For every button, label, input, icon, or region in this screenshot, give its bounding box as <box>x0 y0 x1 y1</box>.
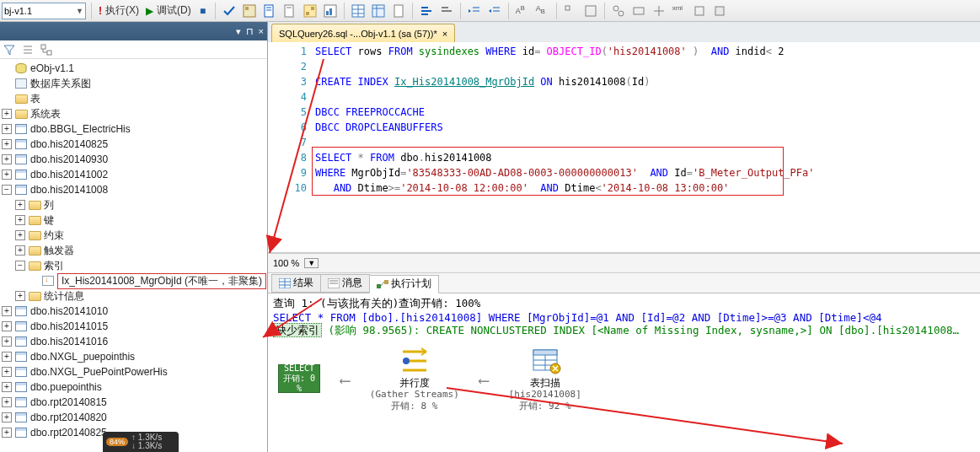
outdent-button[interactable] <box>486 3 503 19</box>
expand-icon[interactable]: + <box>15 291 25 301</box>
expand-icon[interactable]: + <box>2 336 12 347</box>
stop-button[interactable]: ■ <box>196 3 210 19</box>
columns-node[interactable]: +列 <box>0 197 267 213</box>
collapse-icon[interactable]: − <box>2 185 12 195</box>
toolbar-separator <box>556 3 557 19</box>
toolbar-separator <box>508 3 509 19</box>
editor-pane: SQLQuery26.sql -...Obj-v1.1 (sa (57))* ×… <box>268 22 980 452</box>
indexes-node[interactable]: −索引 <box>0 258 267 273</box>
expand-icon[interactable]: + <box>2 321 12 331</box>
parse-button[interactable] <box>221 3 238 19</box>
table-node[interactable]: +dbo.rpt20140820 <box>0 410 267 425</box>
execution-plan-panel[interactable]: 查询 1: (与该批有关的)查询开销: 100% SELECT * FROM [… <box>268 293 980 452</box>
expand-icon[interactable]: + <box>2 109 12 119</box>
expand-icon[interactable]: + <box>15 230 25 240</box>
table-node[interactable]: +dbo.NXGL_PuePointPowerHis <box>0 364 267 379</box>
object-tree[interactable]: eObj-v1.1 数据库关系图 表 +系统表 +dbo.BBGL_Electr… <box>0 59 267 452</box>
expand-icon[interactable]: + <box>2 352 12 362</box>
constraints-node[interactable]: +约束 <box>0 228 267 243</box>
table-node[interactable]: +dbo.puepointhis <box>0 379 267 395</box>
table-node[interactable]: +dbo.his20141002 <box>0 167 267 182</box>
tb-btn-ab2[interactable]: AB <box>534 3 551 19</box>
estimated-plan-button[interactable] <box>241 3 258 19</box>
tb-extra-6[interactable]: xml <box>671 3 688 19</box>
expand-icon[interactable]: + <box>2 124 12 134</box>
tb-extra-4[interactable] <box>630 3 647 19</box>
plan-missing-index[interactable]: 缺少索引 (影响 98.9565): CREATE NONCLUSTERED I… <box>273 324 975 338</box>
results-file-button[interactable] <box>390 3 407 19</box>
systables-node[interactable]: +系统表 <box>0 106 267 121</box>
tb-btn-3[interactable] <box>261 3 278 19</box>
tb-extra-5[interactable] <box>651 3 667 19</box>
results-grid-button[interactable] <box>350 3 367 19</box>
filter-icon[interactable] <box>3 44 15 56</box>
index-item-node[interactable]: Ix_His20141008_MgrObjId (不唯一，非聚集) <box>0 273 267 288</box>
table-node[interactable]: +dbo.his20141010 <box>0 304 267 319</box>
table-node-expanded[interactable]: −dbo.his20141008 <box>0 182 267 197</box>
table-node[interactable]: +dbo.BBGL_ElectricHis <box>0 121 267 137</box>
table-node[interactable]: +dbo.his20141016 <box>0 334 267 349</box>
expand-icon[interactable]: + <box>2 382 12 392</box>
extra-icon <box>632 4 645 18</box>
expand-icon[interactable]: + <box>15 245 25 256</box>
database-selector[interactable]: bj-v1.1 ▼ <box>2 3 86 19</box>
object-explorer-filter <box>0 40 267 59</box>
table-node[interactable]: +dbo.his20141015 <box>0 319 267 334</box>
tables-node[interactable]: 表 <box>0 91 267 106</box>
debug-button[interactable]: ▶ 调试(D) <box>144 3 193 19</box>
close-icon[interactable]: × <box>442 29 447 39</box>
tb-extra-7[interactable] <box>691 3 708 19</box>
table-node[interactable]: +dbo.rpt20140815 <box>0 395 267 410</box>
filter-tree-icon[interactable] <box>40 44 52 56</box>
expand-icon[interactable]: + <box>15 200 25 210</box>
tab-execution-plan[interactable]: 执行计划 <box>369 275 439 293</box>
tb-extra-3[interactable] <box>610 3 627 19</box>
include-plan-button[interactable] <box>302 3 319 19</box>
filter-list-icon[interactable] <box>22 44 34 56</box>
keys-node[interactable]: +键 <box>0 213 267 228</box>
expand-icon[interactable]: + <box>2 306 12 316</box>
tb-btn-ab[interactable]: AB <box>514 3 531 19</box>
table-node[interactable]: +dbo.NXGL_puepointhis <box>0 349 267 364</box>
db-node[interactable]: eObj-v1.1 <box>0 61 267 76</box>
plan-op-select[interactable]: SELECT开销: 0 % <box>278 364 320 395</box>
table-node[interactable]: +dbo.his20140930 <box>0 152 267 167</box>
collapse-icon[interactable]: − <box>15 261 25 271</box>
file-tab[interactable]: SQLQuery26.sql -...Obj-v1.1 (sa (57))* × <box>271 24 455 42</box>
panel-dropdown-icon[interactable]: ▾ <box>236 26 241 37</box>
tab-results[interactable]: 结果 <box>271 274 321 293</box>
panel-pin-icon[interactable]: ⊓ <box>246 26 254 37</box>
tb-btn-6[interactable] <box>322 3 339 19</box>
expand-icon[interactable]: + <box>2 428 12 438</box>
expand-icon[interactable]: + <box>2 397 12 407</box>
stats-label: 统计信息 <box>44 289 84 304</box>
tab-messages[interactable]: 消息 <box>320 274 370 293</box>
zoom-dropdown[interactable]: ▼ <box>304 258 319 268</box>
comment-button[interactable] <box>418 3 435 19</box>
expand-icon[interactable]: + <box>2 154 12 164</box>
results-text-button[interactable] <box>370 3 387 19</box>
stats-node[interactable]: +统计信息 <box>0 288 267 304</box>
table-node[interactable]: +dbo.his20140825 <box>0 137 267 152</box>
tb-extra-1[interactable] <box>562 3 579 19</box>
uncomment-button[interactable] <box>438 3 455 19</box>
tb-extra-2[interactable] <box>582 3 599 19</box>
expand-icon[interactable]: + <box>2 412 12 422</box>
plan-op-tablescan[interactable]: 表扫描 [his20141008] 开销: 92 % <box>509 347 581 412</box>
tb-btn-4[interactable] <box>281 3 298 19</box>
expand-icon[interactable]: + <box>2 170 12 180</box>
diagrams-node[interactable]: 数据库关系图 <box>0 76 267 91</box>
triggers-label: 触发器 <box>44 244 74 258</box>
expand-icon[interactable]: + <box>2 139 12 149</box>
panel-close-icon[interactable]: × <box>259 26 264 36</box>
tb-extra-8[interactable] <box>711 3 728 19</box>
expand-icon[interactable]: + <box>2 367 12 377</box>
sql-editor[interactable]: 12345678910 SELECT rows FROM sysindexes … <box>268 42 980 253</box>
indent-button[interactable] <box>466 3 483 19</box>
network-speed-widget[interactable]: 84% ↑ 1.3K/s ↓ 1.3K/s <box>103 432 179 452</box>
triggers-node[interactable]: +触发器 <box>0 243 267 258</box>
sql-code[interactable]: SELECT rows FROM sysindexes WHERE id= OB… <box>315 42 980 252</box>
expand-icon[interactable]: + <box>15 215 25 225</box>
plan-op-parallel[interactable]: 并行度 (Gather Streams) 开销: 8 % <box>370 347 459 412</box>
execute-button[interactable]: ! 执行(X) <box>97 3 141 19</box>
